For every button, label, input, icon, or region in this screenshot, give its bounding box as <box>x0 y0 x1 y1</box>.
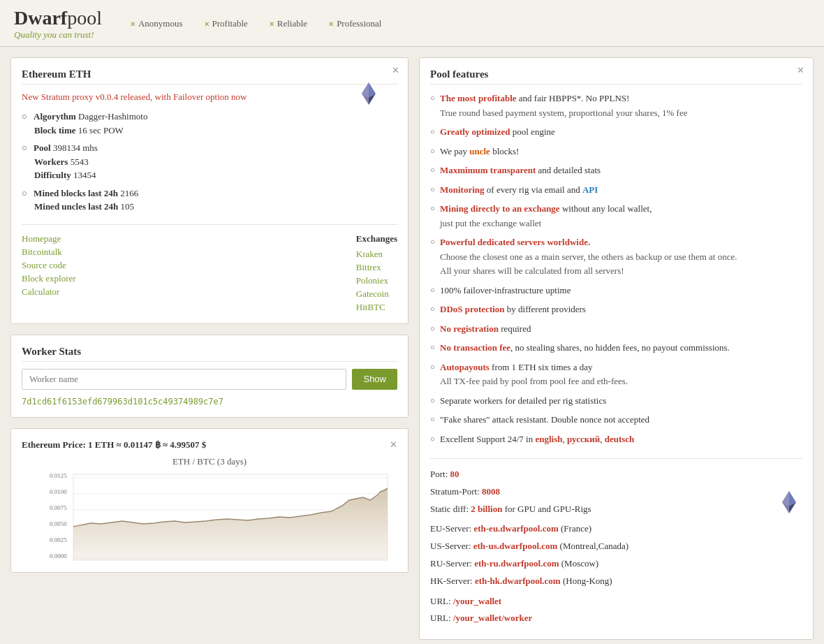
header: Dwarfpool Quality you can trust! Anonymo… <box>0 0 824 47</box>
feature-failover: 100% failover-infrastructure uptime <box>430 284 802 298</box>
feature-no-registration: No registration required <box>430 322 802 336</box>
eth-panel: Ethereum ETH ✕ New Stratum proxy v0.0.4 … <box>10 57 409 324</box>
logo-area: Dwarfpool Quality you can trust! <box>14 7 102 41</box>
nav-items: Anonymous Profitable Reliable Profession… <box>130 18 381 29</box>
url2-link[interactable]: /your_wallet/worker <box>453 613 532 623</box>
link-calculator[interactable]: Calculator <box>22 286 76 298</box>
exchange-hitbtc[interactable]: HitBTC <box>356 302 397 313</box>
us-server-link[interactable]: eth-us.dwarfpool.com <box>473 541 558 551</box>
hk-server-link[interactable]: eth-hk.dwarfpool.com <box>475 576 561 586</box>
logo-normal: pool <box>67 7 102 29</box>
worker-hash: 7d1cd61f6153efd679963d101c5c49374989c7e7 <box>22 397 397 407</box>
price-panel-close[interactable]: ✕ <box>390 439 397 451</box>
port-line: Port: 80 <box>430 467 802 482</box>
worker-stats-panel: Worker Stats Show 7d1cd61f6153efd679963d… <box>10 335 409 418</box>
feature-transparent: Maxmimum transparent and detailed stats <box>430 163 802 177</box>
feature-ddos: DDoS protection by different providers <box>430 302 802 316</box>
price-panel: Ethereum Price: 1 ETH ≈ 0.01147 ฿ ≈ 4.99… <box>10 428 409 573</box>
eth-info-list: Algorythm Dagger-Hashimoto Block time 16… <box>22 110 397 214</box>
feature-uncle: We pay uncle blocks! <box>430 145 802 159</box>
eth-panel-header: Ethereum ETH <box>22 68 397 85</box>
exchange-bittrex[interactable]: Bittrex <box>356 262 397 273</box>
worker-show-button[interactable]: Show <box>352 369 397 390</box>
blocktime-row: Block time 16 sec POW <box>34 124 397 138</box>
feature-monitoring: Monitoring of every rig via email and AP… <box>430 183 802 197</box>
chart-svg: 0.0125 0.0100 0.0075 0.0050 0.0025 0.000… <box>22 471 397 562</box>
url2-line: URL: /your_wallet/worker <box>430 611 802 626</box>
eth-title: Ethereum ETH <box>22 68 91 80</box>
eth-notice: New Stratum proxy v0.0.4 released, with … <box>22 92 397 103</box>
features-list: The most profitable and fair HBPPS*. No … <box>430 92 802 446</box>
difficulty-row: Difficulty 13454 <box>34 168 397 182</box>
svg-text:0.0075: 0.0075 <box>50 504 67 511</box>
hk-server-line: HK-Server: eth-hk.dwarfpool.com (Hong-Ko… <box>430 574 802 589</box>
link-homepage[interactable]: Homepage <box>22 233 76 244</box>
eu-server-link[interactable]: eth-eu.dwarfpool.com <box>473 523 558 534</box>
main-content: Ethereum ETH ✕ New Stratum proxy v0.0.4 … <box>0 47 824 644</box>
algorithm-row: Algorythm Dagger-Hashimoto Block time 16… <box>22 110 397 137</box>
right-links-col: Exchanges Kraken Bittrex Poloniex Gateco… <box>356 233 397 313</box>
feature-optimized: Greatly optimized pool engine <box>430 125 802 139</box>
nav-profitable[interactable]: Profitable <box>204 18 248 29</box>
url-line: URL: /your_wallet <box>430 594 802 609</box>
feature-support: Excellent Support 24/7 in english, русск… <box>430 432 802 446</box>
link-bitcointalk[interactable]: Bitcointalk <box>22 247 76 258</box>
right-column: Pool features ✕ The most profitable and … <box>419 57 814 640</box>
url-link[interactable]: /your_wallet <box>453 596 501 606</box>
logo-subtitle: Quality you can trust! <box>14 29 102 41</box>
feature-profitable: The most profitable and fair HBPPS*. No … <box>430 92 802 119</box>
eth-chart: 0.0125 0.0100 0.0075 0.0050 0.0025 0.000… <box>22 471 397 562</box>
feature-fake-shares: "Fake shares" attack resistant. Double n… <box>430 413 802 427</box>
port-section: Port: 80 Stratum-Port: 8008 Static diff:… <box>430 458 802 626</box>
exchanges-label: Exchanges <box>356 233 397 244</box>
eth-diamond-icon-right <box>778 491 800 513</box>
stratum-line: Stratum-Port: 8008 <box>430 485 802 499</box>
left-links-col: Homepage Bitcointalk Source code Block e… <box>22 233 76 313</box>
worker-name-input[interactable] <box>22 369 346 390</box>
static-diff-line: Static diff: 2 billion for GPU and GPU-R… <box>430 502 802 517</box>
ru-server-line: RU-Server: eth-ru.dwarfpool.com (Moscow) <box>430 557 802 571</box>
nav-reliable[interactable]: Reliable <box>269 18 307 29</box>
feature-workers: Separate workers for detailed per rig st… <box>430 394 802 408</box>
exchange-gatecoin[interactable]: Gatecoin <box>356 288 397 300</box>
pool-features-title: Pool features <box>430 68 802 85</box>
pool-features-close[interactable]: ✕ <box>797 65 804 76</box>
ru-server-link[interactable]: eth-ru.dwarfpool.com <box>474 558 559 569</box>
feature-servers: Powerful dedicated servers worldwide. Ch… <box>430 235 802 278</box>
eth-panel-close[interactable]: ✕ <box>392 65 399 76</box>
mined-blocks-row: Mined blocks last 24h 2166 Mined uncles … <box>22 186 397 214</box>
link-block-explorer[interactable]: Block explorer <box>22 273 76 284</box>
eth-links-section: Homepage Bitcointalk Source code Block e… <box>22 224 397 313</box>
workers-row: Workers 5543 <box>34 155 397 169</box>
svg-text:0.0000: 0.0000 <box>50 552 67 559</box>
feature-autopayouts: Autopayouts from 1 ETH six times a day A… <box>430 360 802 388</box>
logo-title: Dwarfpool <box>14 7 102 29</box>
pool-features-panel: Pool features ✕ The most profitable and … <box>419 57 814 640</box>
us-server-line: US-Server: eth-us.dwarfpool.com (Montrea… <box>430 539 802 554</box>
exchange-poloniex[interactable]: Poloniex <box>356 275 397 286</box>
pool-row: Pool 398134 mhs Workers 5543 Difficulty … <box>22 141 397 182</box>
nav-professional[interactable]: Professional <box>328 18 381 29</box>
link-source-code[interactable]: Source code <box>22 260 76 271</box>
chart-title: ETH / BTC (3 days) <box>22 456 397 467</box>
eu-server-line: EU-Server: eth-eu.dwarfpool.com (France) <box>430 522 802 536</box>
logo-bold: Dwarf <box>14 7 67 29</box>
mined-uncles-row: Mined uncles last 24h 105 <box>34 200 397 214</box>
feature-no-fee: No transaction fee, no stealing shares, … <box>430 341 802 355</box>
feature-exchange: Mining directly to an exchange without a… <box>430 202 802 230</box>
eth-diamond-icon <box>358 82 380 105</box>
worker-input-row: Show <box>22 369 397 390</box>
exchange-kraken[interactable]: Kraken <box>356 249 397 260</box>
price-title: Ethereum Price: 1 ETH ≈ 0.01147 ฿ ≈ 4.99… <box>22 439 206 451</box>
worker-stats-title: Worker Stats <box>22 346 397 362</box>
svg-text:0.0050: 0.0050 <box>50 520 67 527</box>
nav-anonymous[interactable]: Anonymous <box>130 18 183 29</box>
svg-text:0.0125: 0.0125 <box>50 472 67 479</box>
svg-text:0.0025: 0.0025 <box>50 536 67 543</box>
svg-text:0.0100: 0.0100 <box>50 488 67 495</box>
left-column: Ethereum ETH ✕ New Stratum proxy v0.0.4 … <box>10 57 409 640</box>
